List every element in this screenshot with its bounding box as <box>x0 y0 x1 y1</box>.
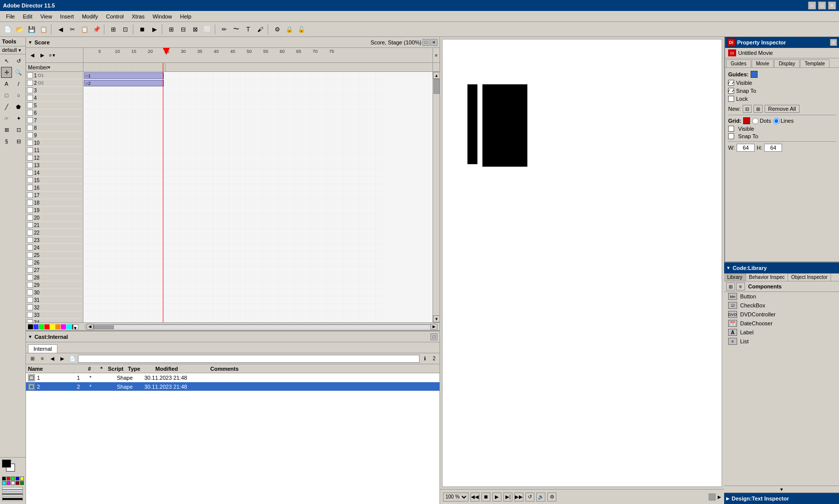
cl-item-label[interactable]: A Label <box>724 328 839 337</box>
close-button[interactable]: ✕ <box>828 1 836 9</box>
channel-32-check[interactable] <box>27 304 33 310</box>
channel-5-check[interactable] <box>27 102 33 108</box>
tb-btn6[interactable]: ✂ <box>67 24 78 35</box>
pi-remove-all-btn[interactable]: Remove All <box>765 105 800 113</box>
palette-green[interactable] <box>11 477 15 481</box>
cast-search-input[interactable] <box>78 355 420 363</box>
pi-tab-movie[interactable]: Movie <box>752 59 774 67</box>
palette-cyan[interactable] <box>2 481 6 485</box>
tb-save2[interactable]: 📋 <box>38 24 49 35</box>
channel-9-check[interactable] <box>27 132 33 138</box>
sprite-1[interactable]: ○1 <box>84 72 164 79</box>
cast-row-2[interactable]: 2 2 * Shape 30.11.2023 21:48 <box>26 382 439 391</box>
score-btn2[interactable]: ▶ <box>38 51 47 59</box>
channel-2-check[interactable] <box>27 80 33 86</box>
cl-item-datechooser[interactable]: 📅 DateChooser <box>724 319 839 328</box>
line-style-medium[interactable] <box>2 492 23 496</box>
cast-tb2[interactable]: ≡ <box>38 355 47 363</box>
tb-unlock[interactable]: 🔓 <box>296 24 307 35</box>
tb-fit3[interactable]: ⊠ <box>190 24 201 35</box>
tb-pencil[interactable]: ✏ <box>219 24 230 35</box>
pi-snapto-checkbox[interactable]: ✓ <box>728 88 734 94</box>
cl-item-dvd[interactable]: DVD DVDController <box>724 310 839 319</box>
member-dropdown-icon[interactable]: ▾ <box>48 65 50 70</box>
vscroll-up-btn[interactable]: ▲ <box>433 72 439 79</box>
menu-file[interactable]: File <box>2 12 19 20</box>
palette-darkgreen[interactable] <box>20 481 24 485</box>
cl-collapse-icon[interactable]: ▼ <box>726 265 731 270</box>
channel-19-check[interactable] <box>27 207 33 213</box>
channel-11-check[interactable] <box>27 147 33 153</box>
channel-33-check[interactable] <box>27 312 33 318</box>
vscroll-down-btn[interactable]: ▼ <box>433 315 439 322</box>
volume-btn[interactable]: 🔊 <box>536 493 545 502</box>
score-btn1[interactable]: ◀ <box>28 51 37 59</box>
channel-17-check[interactable] <box>27 192 33 198</box>
menu-window[interactable]: Window <box>148 12 176 20</box>
tool-arrow[interactable]: ↖ <box>1 55 12 66</box>
tb-save[interactable]: 💾 <box>26 24 37 35</box>
channel-15-check[interactable] <box>27 177 33 183</box>
tb-btn5[interactable]: ◀ <box>55 24 66 35</box>
tb-text[interactable]: T <box>243 24 254 35</box>
pal-6[interactable] <box>55 324 60 329</box>
grid-dots-radio[interactable] <box>752 118 759 124</box>
score-collapse-icon[interactable]: ▼ <box>28 40 32 45</box>
palette-yellow[interactable] <box>20 477 24 481</box>
pal-8[interactable] <box>66 324 71 329</box>
palette-black[interactable] <box>2 477 6 481</box>
tb-connect[interactable]: ⚙ <box>272 24 283 35</box>
cl-tab-object[interactable]: Object Inspector <box>788 273 831 281</box>
menu-control[interactable]: Control <box>102 12 127 20</box>
cl-item-button[interactable]: btn Button <box>724 292 839 301</box>
cast-tb-next[interactable]: ▶ <box>58 355 67 363</box>
stage-scroll-thumb[interactable] <box>709 494 716 501</box>
tool-button[interactable]: ⊡ <box>13 124 24 135</box>
vscroll-thumb[interactable] <box>433 79 439 94</box>
cast-window-btn[interactable]: □ <box>430 333 437 340</box>
guides-color-swatch[interactable] <box>751 71 758 78</box>
tool-eyedrop[interactable]: ✦ <box>13 113 24 124</box>
menu-view[interactable]: View <box>36 12 56 20</box>
menu-xtras[interactable]: Xtras <box>128 12 149 20</box>
pi-new-v-btn[interactable]: ⊞ <box>754 105 763 113</box>
pal-triangle[interactable]: ▾ <box>73 324 78 329</box>
channel-3-check[interactable] <box>27 87 33 93</box>
line-style-thin[interactable] <box>2 487 23 491</box>
stage-right-arrow[interactable]: ▶ <box>718 495 721 500</box>
channel-26-check[interactable] <box>27 259 33 265</box>
line-style-thick[interactable] <box>2 497 23 501</box>
tb-btn10[interactable]: ⊡ <box>120 24 131 35</box>
channel-21-check[interactable] <box>27 222 33 228</box>
channel-20-check[interactable] <box>27 215 33 221</box>
grid-lines-radio[interactable] <box>773 118 780 124</box>
grid-visible-checkbox[interactable] <box>728 126 734 132</box>
zoom-select[interactable]: 100 % 50 % 75 % 150 % 200 % <box>443 493 468 502</box>
palette-magenta[interactable] <box>6 481 10 485</box>
grid-color-swatch[interactable] <box>743 117 750 124</box>
tb-fit[interactable]: ⊞ <box>166 24 177 35</box>
channel-18-check[interactable] <box>27 200 33 206</box>
pal-7[interactable] <box>61 324 66 329</box>
tb-fit2[interactable]: ⊟ <box>178 24 189 35</box>
pal-5[interactable] <box>50 324 55 329</box>
palette-white[interactable] <box>11 481 15 485</box>
tool-hand[interactable]: ☞ <box>1 113 12 124</box>
settings-btn[interactable]: ⚙ <box>547 493 556 502</box>
tool-poly[interactable]: ⬟ <box>13 101 24 112</box>
palette-darkred[interactable] <box>15 481 19 485</box>
tool-rect[interactable]: □ <box>1 90 12 101</box>
pal-2[interactable] <box>33 324 38 329</box>
maximize-button[interactable]: □ <box>818 1 826 9</box>
tool-select[interactable]: ✛ <box>1 67 12 78</box>
pi-lock-checkbox[interactable] <box>728 96 734 102</box>
channel-7-check[interactable] <box>27 117 33 123</box>
menu-help[interactable]: Help <box>176 12 196 20</box>
tb-open[interactable]: 📂 <box>14 24 25 35</box>
cl-item-list[interactable]: ≡ List <box>724 337 839 346</box>
menu-modify[interactable]: Modify <box>78 12 102 20</box>
cl-tb-2[interactable]: ≡ <box>736 282 745 290</box>
cl-tab-library[interactable]: Library <box>724 273 746 281</box>
score-btn3[interactable]: ≡▼ <box>48 51 57 59</box>
tb-btn7[interactable]: 📋 <box>79 24 90 35</box>
